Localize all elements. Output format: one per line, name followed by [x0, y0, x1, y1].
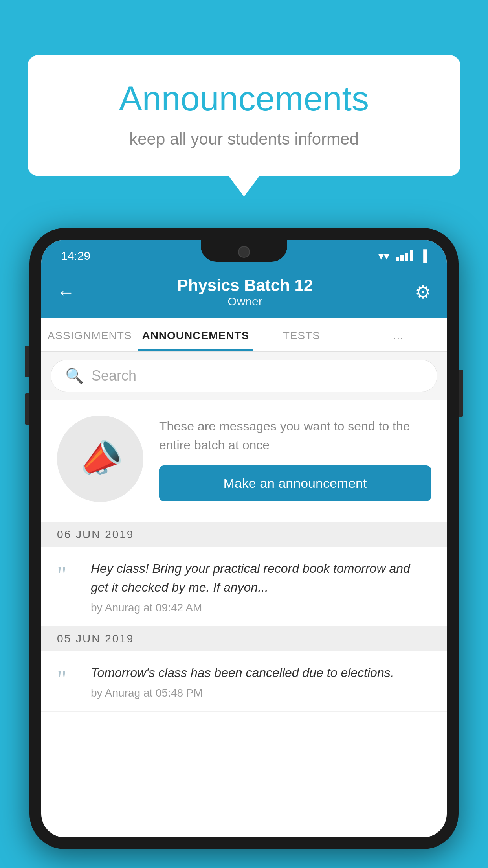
phone-notch [201, 240, 287, 262]
phone-btn-power [459, 370, 463, 417]
app-header: ← Physics Batch 12 Owner ⚙ [41, 268, 447, 318]
announcement-content-1: Hey class! Bring your practical record b… [91, 559, 431, 614]
gear-icon[interactable]: ⚙ [415, 281, 431, 303]
date-separator-1: 06 JUN 2019 [41, 522, 447, 547]
signal-bars [396, 250, 413, 261]
quote-icon-2: " [57, 667, 77, 691]
speech-bubble-container: Announcements keep all your students inf… [28, 55, 460, 176]
bubble-title: Announcements [59, 79, 429, 119]
announcement-text-2: Tomorrow's class has been cancelled due … [91, 663, 431, 682]
phone-frame: 14:29 ▾▾ ▐ ← Physics Batch 12 [29, 228, 459, 849]
phone-screen: 14:29 ▾▾ ▐ ← Physics Batch 12 [41, 240, 447, 837]
announcement-description: These are messages you want to send to t… [159, 417, 431, 454]
tab-announcements[interactable]: ANNOUNCEMENTS [138, 318, 253, 351]
signal-bar-4 [410, 250, 413, 261]
search-container: 🔍 Search [41, 352, 447, 400]
announcement-meta-1: by Anurag at 09:42 AM [91, 601, 431, 614]
megaphone-icon: 📣 [73, 433, 127, 484]
signal-bar-1 [396, 257, 399, 261]
make-announcement-button[interactable]: Make an announcement [159, 465, 431, 501]
announcement-prompt: 📣 These are messages you want to send to… [41, 400, 447, 522]
tabs-container: ASSIGNMENTS ANNOUNCEMENTS TESTS ... [41, 318, 447, 352]
search-bar[interactable]: 🔍 Search [51, 360, 437, 392]
quote-icon-1: " [57, 563, 77, 587]
status-time: 14:29 [61, 249, 90, 263]
wifi-icon: ▾▾ [378, 250, 389, 263]
tab-more[interactable]: ... [350, 318, 447, 351]
tab-tests[interactable]: TESTS [253, 318, 350, 351]
date-separator-2: 05 JUN 2019 [41, 626, 447, 651]
status-icons: ▾▾ ▐ [378, 250, 427, 263]
announcement-text-1: Hey class! Bring your practical record b… [91, 559, 431, 597]
bubble-subtitle: keep all your students informed [59, 130, 429, 149]
announcement-item-1[interactable]: " Hey class! Bring your practical record… [41, 547, 447, 626]
announcement-icon-circle: 📣 [57, 416, 143, 502]
announcement-right: These are messages you want to send to t… [159, 417, 431, 501]
speech-bubble: Announcements keep all your students inf… [28, 55, 460, 176]
header-title: Physics Batch 12 [177, 276, 313, 295]
search-icon: 🔍 [65, 367, 84, 384]
phone-btn-volume-up [25, 346, 29, 377]
announcement-meta-2: by Anurag at 05:48 PM [91, 687, 431, 699]
announcement-item-2[interactable]: " Tomorrow's class has been cancelled du… [41, 651, 447, 712]
header-title-area: Physics Batch 12 Owner [177, 276, 313, 308]
header-subtitle: Owner [177, 295, 313, 308]
phone-camera [238, 246, 250, 258]
back-button[interactable]: ← [57, 281, 75, 303]
search-input[interactable]: Search [92, 368, 136, 384]
announcement-content-2: Tomorrow's class has been cancelled due … [91, 663, 431, 699]
tab-assignments[interactable]: ASSIGNMENTS [41, 318, 138, 351]
phone-container: 14:29 ▾▾ ▐ ← Physics Batch 12 [29, 228, 459, 868]
signal-bar-2 [400, 255, 404, 261]
signal-bar-3 [405, 253, 408, 261]
scroll-content: 📣 These are messages you want to send to… [41, 400, 447, 837]
battery-icon: ▐ [419, 250, 427, 262]
phone-btn-volume-down [25, 393, 29, 425]
